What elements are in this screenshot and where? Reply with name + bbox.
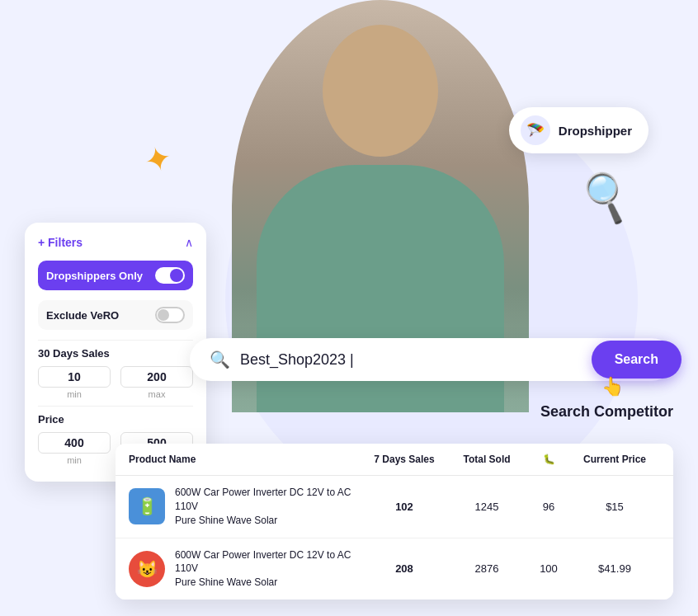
- sales-max-value: 200: [120, 366, 193, 388]
- sales-min-input[interactable]: 10 min: [38, 366, 111, 399]
- product-cell-1: 🔋 600W Car Power Inverter DC 12V to AC 1…: [129, 486, 363, 527]
- col-total-sold: Total Sold: [446, 454, 528, 465]
- filters-title[interactable]: + Filters: [38, 236, 83, 249]
- product-thumb-2: 😺: [129, 551, 165, 587]
- product-name-2: 600W Car Power Inverter DC 12V to AC 110…: [175, 548, 363, 590]
- toggle-dot-off: [158, 309, 169, 321]
- search-competitor-label: Search Competitor: [540, 403, 673, 421]
- dropshipper-badge: 🪂 Dropshipper: [509, 107, 648, 153]
- toggle-dot-on: [170, 269, 183, 282]
- person-head: [323, 25, 438, 157]
- product-cell-2: 😺 600W Car Power Inverter DC 12V to AC 1…: [129, 548, 363, 590]
- filters-header: + Filters ∧: [38, 236, 193, 249]
- results-table: Product Name 7 Days Sales Total Sold 🐛 C…: [116, 444, 673, 600]
- sales-2: 208: [363, 562, 446, 575]
- filters-title-text: + Filters: [38, 236, 83, 249]
- exclude-vero-row[interactable]: Exclude VeRO: [38, 300, 193, 330]
- sparkle-decoration: ✦: [140, 137, 177, 181]
- days-sales-section: 30 Days Sales 10 min 200 max: [38, 347, 193, 399]
- price-2: $41.99: [569, 562, 660, 575]
- dropship-emoji: 🪂: [526, 121, 545, 139]
- col-7-days-sales: 7 Days Sales: [363, 454, 446, 465]
- dropshipper-icon: 🪂: [521, 115, 550, 145]
- price-min-value: 400: [38, 432, 111, 454]
- total-sold-2: 2876: [446, 562, 528, 575]
- sales-max-input[interactable]: 200 max: [120, 366, 193, 399]
- total-sold-1: 1245: [446, 501, 528, 513]
- days-sales-title: 30 Days Sales: [38, 347, 193, 360]
- col4-1: 96: [528, 501, 569, 513]
- price-title: Price: [38, 413, 193, 426]
- filters-chevron-icon[interactable]: ∧: [185, 236, 193, 249]
- price-1: $15: [569, 501, 660, 513]
- col-product-name: Product Name: [129, 454, 363, 465]
- exclude-vero-toggle[interactable]: [155, 307, 185, 323]
- sales-1: 102: [363, 501, 446, 513]
- exclude-vero-label: Exclude VeRO: [46, 309, 119, 322]
- price-min-input[interactable]: 400 min: [38, 432, 111, 465]
- dropshipper-label: Dropshipper: [559, 124, 632, 138]
- price-min-label: min: [38, 455, 111, 465]
- table-row: 🔋 600W Car Power Inverter DC 12V to AC 1…: [116, 476, 673, 538]
- days-sales-range: 10 min 200 max: [38, 366, 193, 399]
- filters-panel: + Filters ∧ Dropshippers Only Exclude Ve…: [25, 223, 206, 482]
- sales-max-label: max: [120, 389, 193, 399]
- search-bar: 🔍 Best_Shop2023 | Search 👆: [190, 338, 673, 381]
- cursor-icon: 👆: [601, 376, 624, 397]
- product-name-1: 600W Car Power Inverter DC 12V to AC 110…: [175, 486, 363, 527]
- filter-separator-1: [38, 340, 193, 341]
- sales-min-value: 10: [38, 366, 111, 388]
- col4-2: 100: [528, 562, 569, 575]
- main-scene: 🪂 Dropshipper ✦ 🔍 + Filters ∧ Dropshippe…: [0, 0, 698, 616]
- col-icon: 🐛: [528, 454, 569, 465]
- table-header: Product Name 7 Days Sales Total Sold 🐛 C…: [116, 444, 673, 476]
- dropshippers-only-label: Dropshippers Only: [46, 270, 143, 282]
- search-area: 🔍 Best_Shop2023 | Search 👆: [190, 338, 673, 381]
- dropshippers-only-toggle[interactable]: [155, 267, 185, 284]
- col-current-price: Current Price: [569, 454, 660, 465]
- table-row: 😺 600W Car Power Inverter DC 12V to AC 1…: [116, 538, 673, 600]
- dropshippers-only-row[interactable]: Dropshippers Only: [38, 261, 193, 290]
- search-bar-icon: 🔍: [210, 350, 230, 369]
- search-button[interactable]: Search: [592, 341, 681, 379]
- product-thumb-1: 🔋: [129, 488, 165, 524]
- filter-separator-2: [38, 406, 193, 407]
- sales-min-label: min: [38, 389, 111, 399]
